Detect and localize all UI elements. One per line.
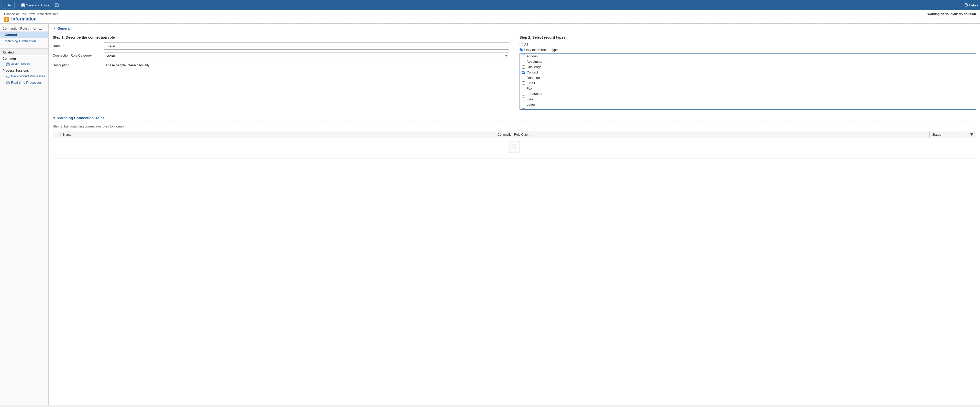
- category-row: Connection Role Category Social Business…: [53, 52, 509, 59]
- table-empty-area: [53, 138, 976, 159]
- extra-icon: [55, 3, 59, 7]
- sidebar: Connection Role : Inform... General Matc…: [0, 24, 49, 405]
- working-solution: Working on solution: My solution: [927, 12, 976, 16]
- save-close-icon: [21, 3, 25, 7]
- record-type-checkbox[interactable]: [522, 92, 525, 96]
- radio-only[interactable]: [520, 48, 523, 51]
- svg-point-25: [515, 148, 520, 153]
- category-select[interactable]: Social Business Family Sales Team Other: [104, 52, 509, 59]
- record-type-checkbox[interactable]: [522, 71, 525, 74]
- list-item: Idea: [520, 96, 976, 102]
- svg-rect-21: [509, 141, 520, 153]
- help-button[interactable]: ? Help ▾: [964, 3, 978, 7]
- record-type-checkbox[interactable]: [522, 60, 525, 63]
- step3-title: Step 3: List matching connection roles (…: [53, 124, 976, 128]
- record-type-label: Appointment: [527, 60, 546, 64]
- record-type-checkbox[interactable]: [522, 54, 525, 58]
- sidebar-related-label: Related: [0, 48, 48, 55]
- matching-collapse-arrow[interactable]: ▼: [53, 116, 56, 120]
- help-label: Help ▾: [969, 3, 978, 7]
- record-type-checkbox[interactable]: [522, 76, 525, 79]
- category-label: Connection Role Category: [53, 52, 104, 57]
- toolbar: File Save and Close ? Help ▾: [0, 0, 980, 10]
- list-item: Challenge: [520, 64, 976, 70]
- record-type-label: Donation: [527, 76, 540, 80]
- radio-only-row: Only these record types:: [520, 48, 976, 52]
- category-select-wrapper: Social Business Family Sales Team Other …: [104, 52, 509, 59]
- description-label: Description: [53, 62, 104, 67]
- empty-state-icon: [507, 139, 522, 158]
- general-collapse-arrow[interactable]: ▼: [53, 27, 56, 30]
- background-processes-icon: [6, 75, 10, 78]
- sidebar-common-label: Common: [0, 55, 48, 61]
- list-item: Phone Call: [520, 107, 976, 110]
- header-left: Connection Role: New Connection Role Inf…: [4, 12, 58, 22]
- record-type-checkbox[interactable]: [522, 65, 525, 69]
- description-textarea[interactable]: These people interact socially: [104, 62, 509, 95]
- audit-history-label: Audit History: [11, 62, 30, 66]
- record-type-label: Fax: [527, 86, 532, 90]
- sidebar-item-audit-history[interactable]: Audit History: [0, 61, 48, 67]
- name-label: Name *: [53, 43, 104, 48]
- page-icon: [4, 17, 9, 22]
- svg-rect-3: [22, 6, 24, 6]
- audit-history-icon: [6, 62, 10, 66]
- breadcrumb: Connection Role: New Connection Role: [4, 12, 58, 16]
- list-item: Account: [520, 54, 976, 59]
- name-input[interactable]: [104, 43, 509, 49]
- svg-marker-20: [970, 133, 974, 136]
- sidebar-item-matching[interactable]: Matching Connection...: [0, 38, 48, 44]
- record-type-checkbox[interactable]: [522, 81, 525, 85]
- help-icon: ?: [964, 3, 968, 7]
- record-type-label: Email: [527, 81, 535, 85]
- record-type-label: Letter: [527, 103, 535, 107]
- record-type-checkbox[interactable]: [522, 87, 525, 90]
- matching-section: ▼ Matching Connection Roles Step 3: List…: [49, 113, 980, 162]
- realtime-processes-icon: [6, 81, 10, 85]
- record-type-checkbox[interactable]: [522, 108, 525, 110]
- svg-point-10: [6, 18, 7, 19]
- file-button[interactable]: File: [2, 2, 14, 8]
- sidebar-item-realtime-processes[interactable]: Real-time Processes: [0, 79, 48, 86]
- page-title-row: Information: [4, 16, 58, 22]
- radio-all-label: All: [524, 43, 528, 46]
- list-item: Fax: [520, 86, 976, 91]
- table-filter-icon[interactable]: [968, 133, 976, 136]
- step2-title: Step 2: Select record types: [520, 35, 976, 40]
- list-item: Letter: [520, 102, 976, 107]
- th-status: Status: [930, 131, 960, 138]
- save-close-label: Save and Close: [26, 3, 49, 7]
- svg-text:?: ?: [966, 4, 967, 6]
- description-row: Description These people interact social…: [53, 62, 509, 95]
- th-category: Connection Role Cate...: [495, 131, 930, 138]
- sidebar-item-background-processes[interactable]: Background Processes: [0, 73, 48, 79]
- right-column: Step 2: Select record types All Only the…: [514, 35, 976, 110]
- sidebar-item-general[interactable]: General: [0, 32, 48, 38]
- background-processes-label: Background Processes: [11, 74, 45, 78]
- extra-toolbar-button[interactable]: [53, 2, 61, 8]
- record-type-checkbox[interactable]: [522, 103, 525, 106]
- record-type-label: Account: [527, 54, 539, 58]
- general-section-header: ▼ General: [49, 24, 980, 32]
- list-item: Donation: [520, 75, 976, 80]
- step1-title: Step 1: Describe the connection role: [53, 35, 509, 40]
- table-header: Name Connection Role Cate... Status: [53, 131, 976, 138]
- radio-only-label: Only these record types:: [524, 48, 560, 52]
- list-item: Appointment: [520, 59, 976, 64]
- record-type-checkbox[interactable]: [522, 97, 525, 101]
- list-item: Email: [520, 80, 976, 86]
- radio-all[interactable]: [520, 43, 523, 46]
- sidebar-process-sessions-label: Process Sessions: [0, 67, 48, 73]
- name-row: Name *: [53, 43, 509, 49]
- page-title: Information: [11, 16, 37, 22]
- sidebar-nav-header: Connection Role : Inform...: [0, 26, 48, 32]
- record-type-label: Idea: [527, 97, 533, 101]
- th-checkbox: [53, 133, 60, 136]
- record-type-label: Contact: [527, 70, 538, 74]
- name-required-indicator: *: [62, 44, 64, 48]
- matching-section-title: Matching Connection Roles: [57, 116, 104, 120]
- save-close-button[interactable]: Save and Close: [19, 2, 52, 8]
- content-area: ▼ General Step 1: Describe the connectio…: [49, 24, 980, 405]
- record-type-list: AccountAppointmentChallengeContactDonati…: [520, 53, 976, 110]
- general-section-title: General: [57, 26, 71, 30]
